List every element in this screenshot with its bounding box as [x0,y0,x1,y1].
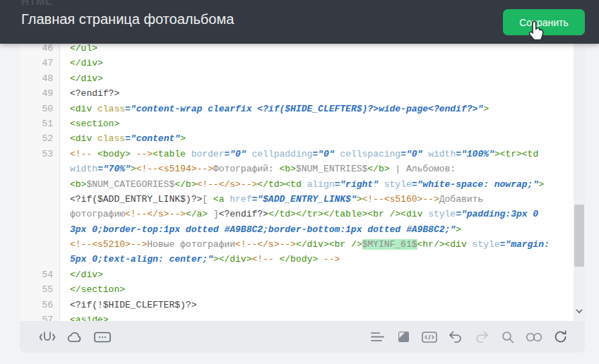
code-line: <b>$NUM_CATEGORIES$</b><!--</s>--></td><… [20,177,574,192]
scrollbar-thumb[interactable] [574,205,584,267]
scroll-down-arrow-icon[interactable] [574,307,585,315]
line-number: 53 [20,147,60,162]
code-line: <!--<s5210>-->Новые фотографии<!--</s>--… [20,237,574,252]
line-number [20,222,60,237]
line-number: 56 [20,298,60,313]
code-line: 49<?endif?> [20,86,574,101]
code-line: 55</section> [20,282,574,297]
code-line: 52<div class="content"> [20,131,574,146]
code-line: фотографию<!--</s>--></a> ]<?endif?></td… [20,207,574,222]
line-number: 49 [20,86,60,101]
line-number: 52 [20,131,60,146]
contrast-icon[interactable] [394,328,413,346]
line-number: 47 [20,56,60,71]
code-line: 48</div> [20,71,574,86]
line-number [20,192,60,207]
line-number [20,162,60,176]
document-type-label: HTML [21,0,52,7]
code-editor[interactable]: 46</ul>47</div>48</div>49<?endif?>50<div… [20,41,574,321]
save-button[interactable]: Сохранить [503,9,585,35]
line-number: 54 [20,267,60,282]
code-line: 54</div> [20,267,574,282]
line-number [20,237,60,252]
line-number [20,177,60,192]
wrap-lines-icon[interactable] [368,328,386,346]
code-line: 5px 0;text-align: center;"></div><!-- </… [20,252,574,267]
code-line: 47</div> [20,56,574,71]
vertical-scrollbar[interactable] [574,44,585,321]
line-number: 55 [20,282,60,297]
line-number: 57 [20,313,60,321]
modal-header: HTML Главная страница фотоальбома Сохран… [0,0,599,44]
cloud-icon[interactable] [66,328,84,346]
code-view-icon[interactable] [420,328,439,346]
line-number [20,252,60,267]
search-icon[interactable] [499,328,517,346]
more-options-icon[interactable] [93,328,112,346]
code-line: 3px 0;border-top:1px dotted #A9B8C2;bord… [20,222,574,237]
redo-icon[interactable] [473,328,491,346]
editor-toolbar [20,321,585,353]
page-title: Главная страница фотоальбома [21,11,234,28]
toolbar-right-group [368,328,569,346]
code-wrap-icon[interactable] [38,328,57,346]
code-line: <?if($ADD_ENTRY_LINK$)?>[ <a href="$ADD_… [20,192,574,207]
toolbar-left-group [38,328,112,346]
code-line: 51<section> [20,116,574,131]
code-line: 57<aside> [20,313,574,321]
line-number [20,207,60,222]
refresh-icon[interactable] [551,328,569,346]
line-number: 50 [20,102,60,116]
undo-icon[interactable] [446,328,465,346]
template-editor-modal: 46</ul>47</div>48</div>49<?endif?>50<div… [0,0,599,364]
line-number: 51 [20,116,60,131]
line-number: 48 [20,71,60,86]
code-line: width="70%"><!--<s5194>-->Фотографий: <b… [20,162,574,176]
code-line: 50<div class="content-wrap clearfix <?if… [20,102,574,116]
find-replace-icon[interactable] [525,328,543,346]
code-line: 56<?if(!$HIDE_CLEFTER$)?> [20,298,574,313]
code-line: 53<!-- <body> --><table border="0" cellp… [20,147,574,162]
